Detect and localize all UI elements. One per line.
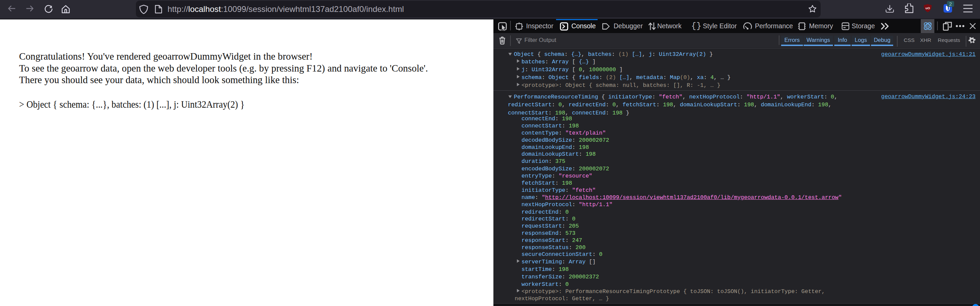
svg-text:uO: uO [926,6,930,10]
